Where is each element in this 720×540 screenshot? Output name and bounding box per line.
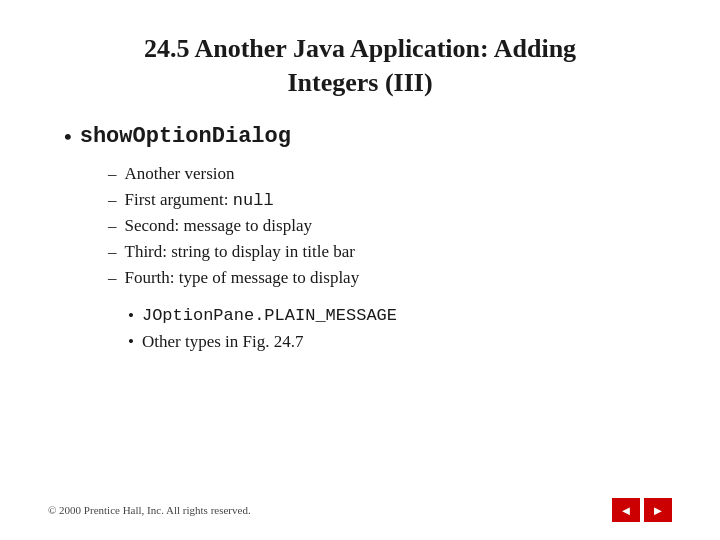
footer: © 2000 Prentice Hall, Inc. All rights re…	[0, 498, 720, 522]
dash-item-5: Fourth: type of message to display	[108, 268, 672, 288]
dash-item-1-text: Another version	[125, 164, 235, 184]
copyright-text: © 2000 Prentice Hall, Inc. All rights re…	[48, 504, 251, 516]
dash-item-2: First argument: null	[108, 190, 672, 210]
prev-icon: ◄	[620, 504, 633, 517]
next-button[interactable]: ►	[644, 498, 672, 522]
dash-item-3: Second: message to display	[108, 216, 672, 236]
dash-item-4: Third: string to display in title bar	[108, 242, 672, 262]
dash-item-2-text: First argument: null	[125, 190, 274, 210]
main-bullet-text: showOptionDialog	[80, 124, 291, 149]
slide: 24.5 Another Java Application: Adding In…	[0, 0, 720, 540]
null-code: null	[233, 191, 274, 210]
sub-bullet-2: Other types in Fig. 24.7	[128, 332, 672, 352]
dash-list: Another version First argument: null Sec…	[108, 164, 672, 294]
sub-bullet-1-text: JOptionPane.PLAIN_MESSAGE	[142, 306, 397, 325]
dash-item-4-text: Third: string to display in title bar	[125, 242, 355, 262]
dash-item-1: Another version	[108, 164, 672, 184]
title-line2: Integers (III)	[287, 68, 432, 97]
dash-item-5-text: Fourth: type of message to display	[125, 268, 360, 288]
nav-buttons: ◄ ►	[612, 498, 672, 522]
sub-bullet-2-text: Other types in Fig. 24.7	[142, 332, 304, 352]
sub-bullet-1: JOptionPane.PLAIN_MESSAGE	[128, 306, 672, 326]
next-icon: ►	[652, 504, 665, 517]
prev-button[interactable]: ◄	[612, 498, 640, 522]
title-line1: 24.5 Another Java Application: Adding	[144, 34, 576, 63]
slide-title: 24.5 Another Java Application: Adding In…	[48, 32, 672, 100]
dash-item-3-text: Second: message to display	[125, 216, 312, 236]
sub-bullet-list: JOptionPane.PLAIN_MESSAGE Other types in…	[128, 306, 672, 358]
main-bullet: showOptionDialog	[64, 124, 672, 150]
